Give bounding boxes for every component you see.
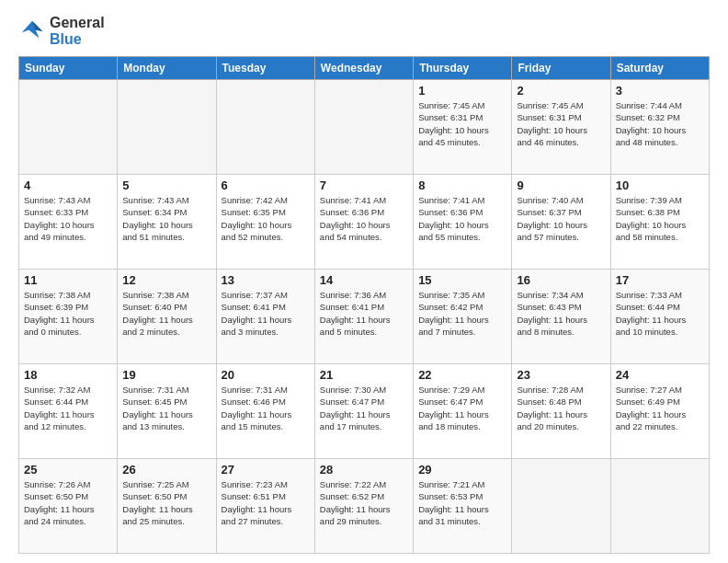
- calendar-cell: 11Sunrise: 7:38 AM Sunset: 6:39 PM Dayli…: [19, 270, 118, 364]
- day-info: Sunrise: 7:45 AM Sunset: 6:31 PM Dayligh…: [418, 99, 506, 148]
- day-info: Sunrise: 7:22 AM Sunset: 6:52 PM Dayligh…: [320, 478, 408, 527]
- calendar-cell: [314, 80, 413, 175]
- calendar-cell: 20Sunrise: 7:31 AM Sunset: 6:46 PM Dayli…: [216, 364, 314, 459]
- calendar-week-1: 1Sunrise: 7:45 AM Sunset: 6:31 PM Daylig…: [19, 80, 710, 175]
- day-number: 17: [616, 273, 704, 287]
- logo-text: General Blue: [50, 15, 105, 47]
- day-info: Sunrise: 7:40 AM Sunset: 6:37 PM Dayligh…: [517, 194, 605, 243]
- calendar-week-5: 25Sunrise: 7:26 AM Sunset: 6:50 PM Dayli…: [19, 459, 710, 554]
- day-number: 3: [616, 84, 704, 98]
- day-number: 24: [616, 368, 704, 382]
- page: General Blue SundayMondayTuesdayWednesda…: [0, 0, 728, 563]
- day-info: Sunrise: 7:35 AM Sunset: 6:42 PM Dayligh…: [418, 289, 506, 338]
- day-info: Sunrise: 7:42 AM Sunset: 6:35 PM Dayligh…: [222, 194, 310, 243]
- day-info: Sunrise: 7:32 AM Sunset: 6:44 PM Dayligh…: [24, 384, 112, 432]
- day-info: Sunrise: 7:41 AM Sunset: 6:36 PM Dayligh…: [320, 194, 408, 243]
- day-number: 29: [418, 463, 506, 477]
- day-info: Sunrise: 7:38 AM Sunset: 6:40 PM Dayligh…: [122, 289, 210, 338]
- day-number: 1: [418, 84, 506, 98]
- calendar-cell: [118, 80, 216, 175]
- weekday-header-tuesday: Tuesday: [216, 57, 314, 80]
- calendar-cell: 19Sunrise: 7:31 AM Sunset: 6:45 PM Dayli…: [118, 364, 216, 459]
- day-info: Sunrise: 7:33 AM Sunset: 6:44 PM Dayligh…: [616, 289, 704, 338]
- day-number: 22: [418, 368, 506, 382]
- calendar-cell: 25Sunrise: 7:26 AM Sunset: 6:50 PM Dayli…: [19, 459, 118, 554]
- weekday-header-friday: Friday: [512, 57, 610, 80]
- calendar-cell: 17Sunrise: 7:33 AM Sunset: 6:44 PM Dayli…: [610, 270, 709, 364]
- calendar-cell: 26Sunrise: 7:25 AM Sunset: 6:50 PM Dayli…: [118, 459, 216, 554]
- calendar-cell: 27Sunrise: 7:23 AM Sunset: 6:51 PM Dayli…: [216, 459, 314, 554]
- day-info: Sunrise: 7:34 AM Sunset: 6:43 PM Dayligh…: [517, 289, 605, 338]
- calendar-cell: 12Sunrise: 7:38 AM Sunset: 6:40 PM Dayli…: [118, 270, 216, 364]
- weekday-header-monday: Monday: [118, 57, 216, 80]
- day-info: Sunrise: 7:36 AM Sunset: 6:41 PM Dayligh…: [320, 289, 408, 338]
- calendar-week-4: 18Sunrise: 7:32 AM Sunset: 6:44 PM Dayli…: [19, 364, 710, 459]
- calendar-cell: 7Sunrise: 7:41 AM Sunset: 6:36 PM Daylig…: [314, 175, 413, 270]
- weekday-header-saturday: Saturday: [610, 57, 709, 80]
- day-number: 2: [517, 84, 605, 98]
- day-info: Sunrise: 7:41 AM Sunset: 6:36 PM Dayligh…: [418, 194, 506, 243]
- day-info: Sunrise: 7:21 AM Sunset: 6:53 PM Dayligh…: [418, 478, 506, 527]
- day-info: Sunrise: 7:43 AM Sunset: 6:34 PM Dayligh…: [122, 194, 210, 243]
- weekday-header-thursday: Thursday: [414, 57, 512, 80]
- day-info: Sunrise: 7:37 AM Sunset: 6:41 PM Dayligh…: [222, 289, 310, 338]
- calendar-cell: 14Sunrise: 7:36 AM Sunset: 6:41 PM Dayli…: [314, 270, 413, 364]
- calendar-cell: 2Sunrise: 7:45 AM Sunset: 6:31 PM Daylig…: [512, 80, 610, 175]
- calendar-week-2: 4Sunrise: 7:43 AM Sunset: 6:33 PM Daylig…: [19, 175, 710, 270]
- calendar-cell: 23Sunrise: 7:28 AM Sunset: 6:48 PM Dayli…: [512, 364, 610, 459]
- calendar-cell: 15Sunrise: 7:35 AM Sunset: 6:42 PM Dayli…: [414, 270, 512, 364]
- day-info: Sunrise: 7:29 AM Sunset: 6:47 PM Dayligh…: [418, 384, 506, 432]
- calendar-cell: 4Sunrise: 7:43 AM Sunset: 6:33 PM Daylig…: [19, 175, 118, 270]
- day-info: Sunrise: 7:43 AM Sunset: 6:33 PM Dayligh…: [24, 194, 112, 243]
- day-info: Sunrise: 7:39 AM Sunset: 6:38 PM Dayligh…: [616, 194, 704, 243]
- day-number: 25: [24, 463, 112, 477]
- day-number: 21: [320, 368, 408, 382]
- day-number: 11: [24, 273, 112, 287]
- calendar-cell: 28Sunrise: 7:22 AM Sunset: 6:52 PM Dayli…: [314, 459, 413, 554]
- calendar-cell: [19, 80, 118, 175]
- day-number: 15: [418, 273, 506, 287]
- day-number: 18: [24, 368, 112, 382]
- day-info: Sunrise: 7:45 AM Sunset: 6:31 PM Dayligh…: [517, 99, 605, 148]
- day-number: 14: [320, 273, 408, 287]
- day-number: 4: [24, 178, 112, 192]
- calendar-cell: 24Sunrise: 7:27 AM Sunset: 6:49 PM Dayli…: [610, 364, 709, 459]
- day-number: 7: [320, 178, 408, 192]
- day-info: Sunrise: 7:27 AM Sunset: 6:49 PM Dayligh…: [616, 384, 704, 432]
- calendar-cell: 18Sunrise: 7:32 AM Sunset: 6:44 PM Dayli…: [19, 364, 118, 459]
- day-number: 20: [222, 368, 310, 382]
- calendar-cell: [512, 459, 610, 554]
- calendar-cell: 22Sunrise: 7:29 AM Sunset: 6:47 PM Dayli…: [414, 364, 512, 459]
- logo-icon: [18, 17, 46, 45]
- day-number: 28: [320, 463, 408, 477]
- calendar-cell: 21Sunrise: 7:30 AM Sunset: 6:47 PM Dayli…: [314, 364, 413, 459]
- calendar-cell: 1Sunrise: 7:45 AM Sunset: 6:31 PM Daylig…: [414, 80, 512, 175]
- day-number: 6: [222, 178, 310, 192]
- calendar-header-row: SundayMondayTuesdayWednesdayThursdayFrid…: [19, 57, 710, 80]
- calendar-cell: 5Sunrise: 7:43 AM Sunset: 6:34 PM Daylig…: [118, 175, 216, 270]
- day-number: 16: [517, 273, 605, 287]
- day-number: 10: [616, 178, 704, 192]
- day-number: 27: [222, 463, 310, 477]
- calendar-cell: [216, 80, 314, 175]
- calendar-cell: 9Sunrise: 7:40 AM Sunset: 6:37 PM Daylig…: [512, 175, 610, 270]
- calendar-week-3: 11Sunrise: 7:38 AM Sunset: 6:39 PM Dayli…: [19, 270, 710, 364]
- weekday-header-wednesday: Wednesday: [314, 57, 413, 80]
- day-info: Sunrise: 7:26 AM Sunset: 6:50 PM Dayligh…: [24, 478, 112, 527]
- day-info: Sunrise: 7:38 AM Sunset: 6:39 PM Dayligh…: [24, 289, 112, 338]
- day-number: 13: [222, 273, 310, 287]
- day-number: 9: [517, 178, 605, 192]
- calendar-cell: 16Sunrise: 7:34 AM Sunset: 6:43 PM Dayli…: [512, 270, 610, 364]
- day-info: Sunrise: 7:31 AM Sunset: 6:45 PM Dayligh…: [122, 384, 210, 432]
- day-info: Sunrise: 7:25 AM Sunset: 6:50 PM Dayligh…: [122, 478, 210, 527]
- day-info: Sunrise: 7:28 AM Sunset: 6:48 PM Dayligh…: [517, 384, 605, 432]
- weekday-header-sunday: Sunday: [19, 57, 118, 80]
- logo: General Blue: [18, 15, 105, 47]
- day-number: 23: [517, 368, 605, 382]
- day-info: Sunrise: 7:23 AM Sunset: 6:51 PM Dayligh…: [222, 478, 310, 527]
- day-number: 5: [122, 178, 210, 192]
- header: General Blue: [18, 15, 710, 47]
- calendar-cell: 8Sunrise: 7:41 AM Sunset: 6:36 PM Daylig…: [414, 175, 512, 270]
- day-info: Sunrise: 7:30 AM Sunset: 6:47 PM Dayligh…: [320, 384, 408, 432]
- day-number: 19: [122, 368, 210, 382]
